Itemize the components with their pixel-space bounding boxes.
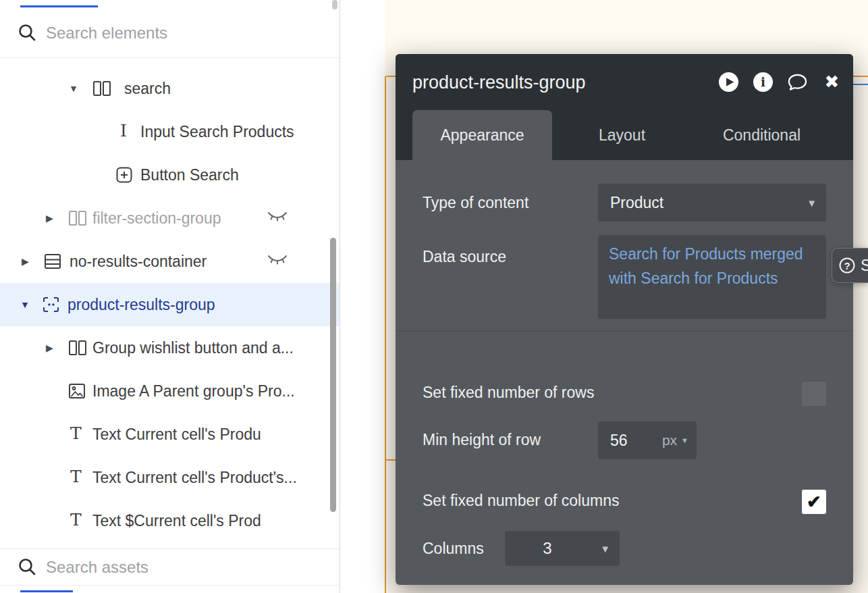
property-editor: product-results-group i ✖ Appearance Lay… [396, 54, 853, 585]
unit-dropdown[interactable]: px ▼ [662, 421, 688, 459]
input-icon: I [120, 121, 127, 140]
tree-item-label: Text Current cell's Product's... [92, 469, 297, 487]
element-outline-blue [853, 84, 868, 85]
help-icon: ? [838, 257, 856, 277]
search-icon [18, 557, 36, 579]
tree-item-label: search [124, 80, 171, 98]
min-row-height-value: 56 [610, 421, 628, 459]
element-outline-left [385, 76, 386, 593]
group-icon [69, 211, 86, 226]
tree-item-product-results-group[interactable]: ▼ product-results-group [0, 283, 340, 326]
tree-item-text-product-1[interactable]: T Text Current cell's Produ [0, 413, 340, 456]
group-icon [93, 81, 111, 96]
tree-scrollbar[interactable] [330, 238, 336, 512]
hidden-eye-icon[interactable] [267, 254, 288, 269]
tree-item-label: Image A Parent group's Pro... [92, 382, 295, 401]
element-outline-top-right [853, 76, 868, 77]
help-label: S [861, 249, 868, 282]
fixed-rows-label: Set fixed number of rows [423, 373, 594, 411]
tree-item-filter-section-group[interactable]: ▶ filter-section-group [0, 197, 340, 240]
search-elements-placeholder: Search elements [46, 16, 167, 50]
caret-right-icon[interactable]: ▶ [46, 342, 53, 353]
type-of-content-value: Product [610, 184, 663, 222]
tree-item-input-search-products[interactable]: I Input Search Products [0, 110, 340, 153]
tree-item-group-wishlist[interactable]: ▶ Group wishlist button and a... [0, 326, 340, 369]
repeating-group-icon [43, 297, 59, 312]
elements-tree-panel: Search elements ▼ search I Input Search … [0, 0, 340, 593]
tree-item-label: Input Search Products [140, 123, 294, 141]
tree-item-text-product-3[interactable]: T Text $Current cell's Prod [0, 499, 340, 542]
fixed-rows-checkbox[interactable] [802, 382, 826, 406]
bottom-tab-indicator [20, 590, 73, 592]
hidden-eye-icon[interactable] [267, 211, 288, 226]
search-elements-input[interactable]: Search elements [0, 16, 340, 50]
search-assets-placeholder: Search assets [46, 550, 148, 584]
active-tab-indicator [20, 5, 98, 7]
property-editor-header[interactable]: product-results-group i ✖ Appearance Lay… [396, 54, 853, 160]
columns-select[interactable]: 3 ▼ [505, 531, 620, 566]
group-icon [69, 340, 86, 355]
element-outline-mid [386, 459, 396, 461]
data-source-expression[interactable]: Search for Products merged with Search f… [609, 242, 814, 290]
caret-down-icon[interactable]: ▼ [69, 83, 78, 94]
tree-item-image-parent-product[interactable]: Image A Parent group's Pro... [0, 369, 340, 413]
min-row-height-label: Min height of row [423, 421, 541, 459]
tree-item-label: product-results-group [67, 296, 215, 314]
caret-down-icon[interactable]: ▼ [20, 299, 30, 310]
info-button[interactable]: i [753, 72, 774, 93]
svg-text:?: ? [844, 260, 850, 272]
tree-item-label: Text $Current cell's Prod [92, 512, 261, 530]
divider [0, 548, 340, 549]
bubble-editor: Search elements ▼ search I Input Search … [0, 0, 868, 593]
divider [0, 57, 340, 58]
property-tabs: Appearance Layout Conditional [412, 110, 832, 160]
tree-item-label: Text Current cell's Produ [92, 426, 261, 444]
comment-button[interactable] [787, 72, 808, 93]
tree-item-button-search[interactable]: Button Search [0, 153, 340, 197]
section-divider [396, 331, 853, 332]
tree-item-search[interactable]: ▼ search [0, 67, 340, 110]
svg-text:i: i [761, 75, 765, 89]
text-icon: T [70, 467, 82, 486]
min-row-height-input[interactable]: 56 px ▼ [598, 421, 697, 459]
divider [0, 585, 340, 586]
scrollbar-sliver[interactable] [332, 0, 337, 9]
tab-layout[interactable]: Layout [552, 110, 692, 160]
close-icon[interactable]: ✖ [821, 72, 842, 93]
data-source-field[interactable]: Search for Products merged with Search f… [598, 235, 826, 319]
search-icon [18, 23, 36, 45]
tab-appearance[interactable]: Appearance [412, 110, 552, 160]
text-icon: T [70, 510, 82, 530]
property-editor-title: product-results-group [412, 54, 586, 111]
tree-item-label: Button Search [140, 166, 239, 184]
chevron-down-icon: ▼ [681, 436, 688, 444]
tree-item-label: no-results-container [70, 253, 207, 271]
columns-label: Columns [423, 530, 484, 567]
type-of-content-select[interactable]: Product ▼ [598, 184, 826, 222]
button-icon [116, 167, 132, 183]
help-button[interactable]: ? S [832, 248, 868, 283]
tree-item-label: Group wishlist button and a... [92, 339, 294, 357]
text-icon: T [70, 423, 82, 443]
tree-item-text-product-2[interactable]: T Text Current cell's Product's... [0, 456, 340, 499]
unit-label: px [662, 432, 677, 448]
search-assets-input[interactable]: Search assets [0, 550, 340, 584]
type-of-content-label: Type of content [423, 184, 528, 222]
preview-play-button[interactable] [718, 72, 739, 93]
columns-value: 3 [505, 531, 590, 566]
fixed-columns-checkbox[interactable]: ✔ [802, 490, 826, 514]
tab-conditional[interactable]: Conditional [692, 110, 832, 160]
chevron-down-icon: ▼ [807, 197, 817, 209]
data-source-label: Data source [423, 238, 506, 276]
fixed-columns-label: Set fixed number of columns [423, 482, 619, 519]
chevron-down-icon: ▼ [600, 543, 610, 555]
tree-item-label: filter-section-group [92, 209, 221, 228]
element-outline-top-left [386, 76, 396, 77]
caret-right-icon[interactable]: ▶ [46, 213, 53, 224]
container-icon [45, 254, 61, 269]
image-icon [69, 384, 85, 398]
caret-right-icon[interactable]: ▶ [22, 256, 29, 267]
tree-item-no-results-container[interactable]: ▶ no-results-container [0, 240, 340, 283]
